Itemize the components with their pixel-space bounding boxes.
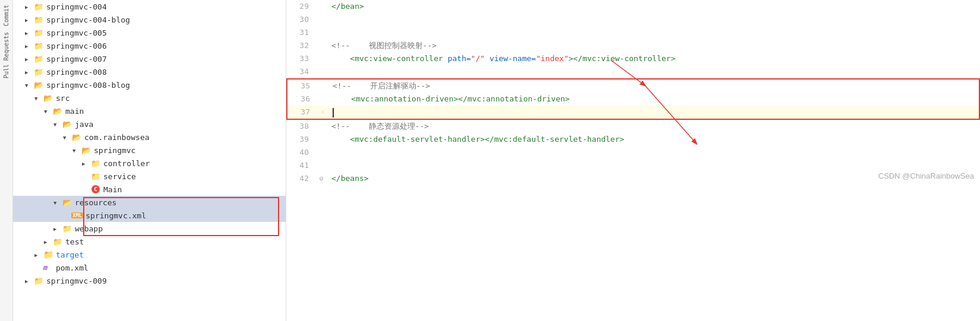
folder-icon [52, 237, 63, 246]
code-line-35: 35 <!-- 开启注解驱动--> [287, 80, 979, 93]
sidebar-item-pom-xml[interactable]: m pom.xml [13, 261, 286, 274]
item-label: springmvc-004 [46, 2, 283, 11]
line-number: 41 [286, 159, 316, 172]
fold-gutter [316, 0, 327, 13]
folder-icon [33, 67, 44, 77]
fold-gutter [316, 39, 327, 52]
folder-open-icon [62, 119, 72, 129]
code-line-29: 29 </bean> [286, 0, 980, 13]
code-content [327, 13, 980, 26]
arrow-icon [63, 134, 71, 141]
arrow-icon [53, 199, 62, 206]
pull-requests-label[interactable]: Pull Requests [3, 32, 10, 78]
folder-icon [33, 54, 44, 63]
folder-icon [33, 15, 44, 24]
fold-gutter [316, 52, 327, 65]
arrow-icon [25, 4, 33, 10]
line-number: 33 [286, 52, 316, 65]
code-panel: 29 </bean> 30 31 32 <!-- 视图控制器映射--> 33 [286, 0, 980, 321]
sidebar-item-main-java[interactable]: C Main [13, 183, 286, 196]
folder-open-icon [52, 106, 63, 116]
item-label: test [65, 237, 283, 246]
sidebar-item-springmvc-008[interactable]: springmvc-008 [13, 65, 286, 78]
line-number: 37 [287, 106, 317, 119]
arrow-icon [44, 108, 52, 115]
sidebar-item-springmvc-004-blog[interactable]: springmvc-004-blog [13, 13, 286, 26]
sidebar-item-src[interactable]: src [13, 91, 286, 104]
code-content: </bean> [327, 0, 980, 13]
item-label: service [103, 172, 283, 181]
sidebar-item-springmvc-008-blog[interactable]: springmvc-008-blog [13, 78, 286, 91]
line-number: 34 [286, 65, 316, 78]
vcs-sidebar: Commit Pull Requests [0, 0, 13, 321]
folder-icon [33, 41, 44, 50]
sidebar-item-test[interactable]: test [13, 235, 286, 248]
code-line-39: 39 <mvc:default-servlet-handler></mvc:de… [286, 133, 980, 146]
sidebar-item-resources[interactable]: resources [13, 196, 286, 209]
code-content [327, 146, 980, 159]
sidebar-item-springmvc-005[interactable]: springmvc-005 [13, 26, 286, 39]
sidebar-item-controller[interactable]: controller [13, 157, 286, 170]
arrow-icon [25, 30, 33, 36]
sidebar-item-springmvc-xml[interactable]: XML springmvc.xml [13, 209, 286, 222]
commit-label[interactable]: Commit [3, 5, 10, 26]
sidebar-item-springmvc-009[interactable]: springmvc-009 [13, 274, 286, 287]
code-line-31: 31 [286, 26, 980, 39]
folder-open-icon [43, 93, 53, 103]
code-content: <!-- 开启注解驱动--> [328, 80, 979, 93]
line-number: 29 [286, 0, 316, 13]
fold-gutter [316, 13, 327, 26]
code-line-40: 40 [286, 146, 980, 159]
code-line-37: 37 ◦ [287, 106, 979, 119]
sidebar-item-webapp[interactable]: webapp [13, 222, 286, 235]
fold-gutter [316, 26, 327, 39]
line-number: 36 [287, 93, 317, 106]
line-number: 30 [286, 13, 316, 26]
item-label: target [56, 250, 283, 259]
folder-open-icon [33, 80, 44, 90]
arrow-icon [25, 43, 33, 49]
fold-gutter: ◦ [317, 106, 328, 119]
fold-gutter [316, 159, 327, 172]
code-line-42: 42 ⊖ </beans> [286, 172, 980, 185]
fold-gutter [316, 133, 327, 146]
code-line-30: 30 [286, 13, 980, 26]
code-content: <mvc:view-controller path="/" view-name=… [327, 52, 980, 65]
fold-gutter [316, 146, 327, 159]
sidebar-item-target[interactable]: 📁 target [13, 248, 286, 261]
sidebar-item-springmvc-004[interactable]: springmvc-004 [13, 0, 286, 13]
line-number: 32 [286, 39, 316, 52]
folder-open-icon [81, 145, 91, 155]
arrow-icon [25, 17, 33, 23]
arrow-icon [25, 69, 33, 75]
fold-gutter [316, 120, 327, 133]
arrow-icon [53, 121, 62, 128]
sidebar-item-main[interactable]: main [13, 104, 286, 117]
item-label: springmvc-008-blog [46, 81, 283, 90]
item-label: springmvc-006 [46, 42, 283, 50]
code-content [328, 106, 979, 119]
watermark: CSDN @ChinaRainbowSea [878, 171, 974, 180]
item-label: src [56, 94, 283, 103]
arrow-icon [72, 147, 81, 154]
item-label: springmvc-009 [46, 276, 283, 285]
sidebar-item-springmvc-007[interactable]: springmvc-007 [13, 52, 286, 65]
arrow-icon [44, 239, 52, 245]
fold-gutter [317, 80, 328, 93]
item-label: springmvc [94, 146, 283, 155]
sidebar-item-springmvc-sub[interactable]: springmvc [13, 144, 286, 157]
code-line-34: 34 [286, 65, 980, 78]
item-label: springmvc-004-blog [46, 15, 283, 24]
sidebar-item-java[interactable]: java [13, 117, 286, 131]
sidebar-item-com-rainbowsea[interactable]: com.rainbowsea [13, 131, 286, 144]
code-line-41: 41 [286, 159, 980, 172]
code-content [327, 65, 980, 78]
sidebar-item-service[interactable]: service [13, 170, 286, 183]
code-line-33: 33 <mvc:view-controller path="/" view-na… [286, 52, 980, 65]
item-label: springmvc-005 [46, 28, 283, 37]
arrow-icon [82, 160, 90, 167]
folder-icon [62, 224, 72, 233]
arrow-icon [25, 56, 33, 62]
code-content: <mvc:annotation-driven></mvc:annotation-… [328, 93, 979, 106]
sidebar-item-springmvc-006[interactable]: springmvc-006 [13, 39, 286, 52]
